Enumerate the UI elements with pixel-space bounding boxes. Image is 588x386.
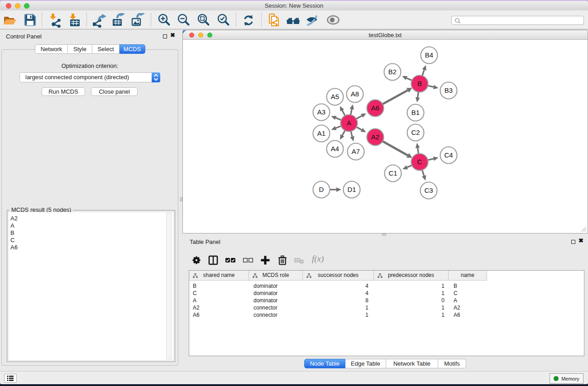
svg-text:B3: B3 [445,86,453,94]
svg-text:C: C [417,158,422,166]
svg-text:B: B [417,80,422,87]
svg-text:A7: A7 [352,148,360,155]
svg-text:A6: A6 [371,104,379,112]
svg-text:B4: B4 [425,51,433,59]
svg-text:C1: C1 [388,169,397,177]
svg-text:A2: A2 [371,133,379,141]
svg-text:A5: A5 [331,93,339,100]
svg-text:C4: C4 [444,151,453,159]
svg-text:C2: C2 [411,129,420,136]
svg-text:A3: A3 [317,108,325,116]
svg-text:C3: C3 [424,186,433,194]
svg-text:A: A [347,119,351,127]
svg-text:B1: B1 [411,109,420,116]
svg-text:D: D [319,186,324,193]
svg-text:A8: A8 [351,90,359,98]
svg-text:A1: A1 [317,129,325,137]
svg-text:D1: D1 [347,186,356,193]
svg-text:A4: A4 [331,145,339,152]
svg-text:B2: B2 [388,68,397,76]
